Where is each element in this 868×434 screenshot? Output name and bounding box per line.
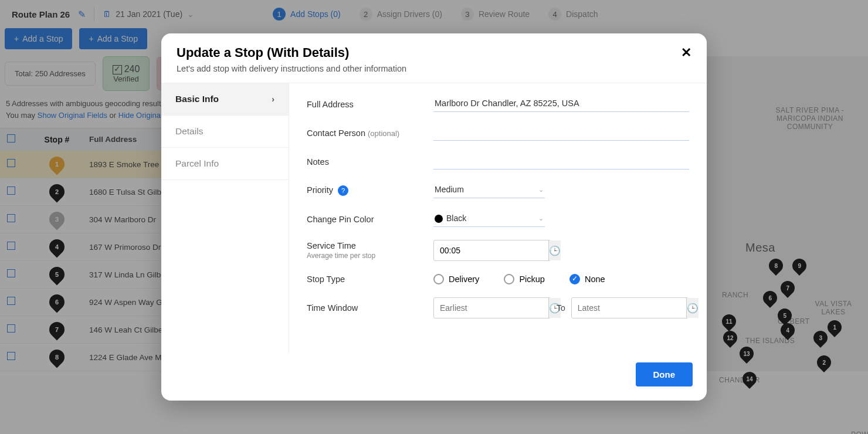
- notes-input[interactable]: [433, 154, 689, 169]
- contact-label: Contact Person (optional): [307, 128, 424, 138]
- chevron-down-icon: ⌄: [538, 215, 544, 222]
- notes-label: Notes: [307, 157, 424, 167]
- modal-title: Update a Stop (With Details): [177, 45, 406, 60]
- chevron-down-icon: ⌄: [538, 186, 544, 194]
- help-icon[interactable]: ?: [338, 185, 348, 196]
- to-label: To: [557, 303, 565, 313]
- pincolor-select[interactable]: Black⌄: [433, 211, 545, 227]
- modal-subtitle: Let's add stop with delivery instruction…: [177, 64, 406, 73]
- tab-parcel-info[interactable]: Parcel Info: [161, 148, 289, 180]
- stoptype-none[interactable]: None: [569, 274, 605, 284]
- latest-input[interactable]: [572, 299, 686, 317]
- done-button[interactable]: Done: [636, 362, 693, 386]
- stoptype-delivery[interactable]: Delivery: [433, 274, 479, 284]
- address-input[interactable]: [433, 96, 689, 112]
- priority-label: Priority?: [307, 185, 424, 196]
- contact-input[interactable]: [433, 125, 689, 141]
- address-label: Full Address: [307, 100, 424, 109]
- earliest-input[interactable]: [434, 299, 548, 317]
- pincolor-label: Change Pin Color: [307, 215, 424, 224]
- stoptype-pickup[interactable]: Pickup: [504, 274, 545, 284]
- timewindow-label: Time Window: [307, 303, 424, 313]
- tab-basic-info[interactable]: Basic Info›: [161, 83, 289, 116]
- servicetime-input[interactable]: [434, 241, 548, 260]
- priority-select[interactable]: Medium⌄: [433, 182, 545, 198]
- servicetime-label: Service TimeAverage time per stop: [307, 241, 424, 260]
- stoptype-label: Stop Type: [307, 274, 424, 284]
- color-swatch-icon: [435, 215, 443, 223]
- modal-overlay: Update a Stop (With Details) Let's add s…: [0, 0, 868, 434]
- update-stop-modal: Update a Stop (With Details) Let's add s…: [161, 33, 707, 401]
- chevron-right-icon: ›: [272, 94, 274, 104]
- clock-icon[interactable]: 🕒: [548, 240, 561, 260]
- tab-details[interactable]: Details: [161, 116, 289, 148]
- clock-icon[interactable]: 🕒: [686, 298, 699, 318]
- close-icon[interactable]: ✕: [681, 45, 691, 60]
